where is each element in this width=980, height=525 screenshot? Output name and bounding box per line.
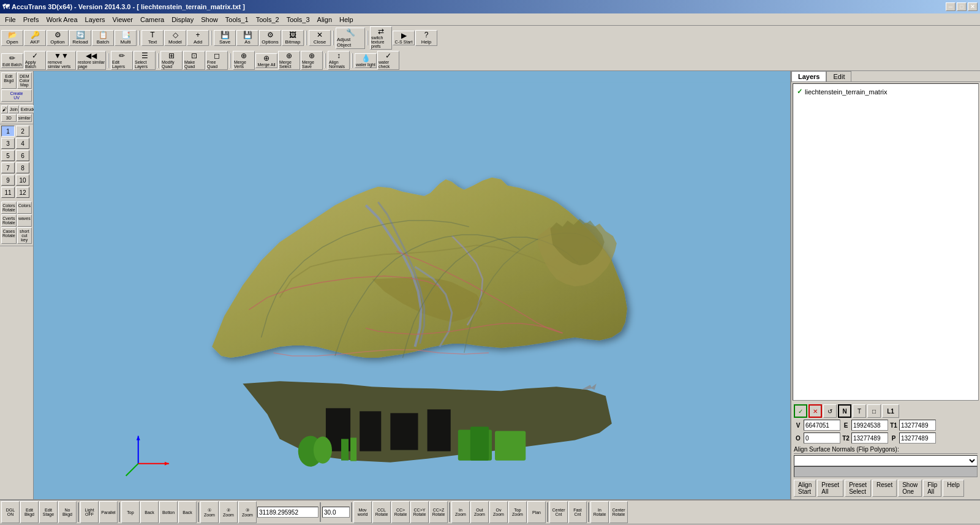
close-file-button[interactable]: ✕Close [309,30,331,46]
restore-similar-page-button[interactable]: ◀◀restore similar page [77,51,106,70]
fast-cnt-btn[interactable]: FastCnt [568,501,587,523]
menu-display[interactable]: Display [168,15,197,25]
3d-btn[interactable]: 3D [1,114,17,122]
show-one-btn[interactable]: ShowOne [898,480,922,497]
reject-btn[interactable]: ✕ [809,404,822,418]
mov-world-btn[interactable]: Movworld [353,501,372,523]
edit-stage-btn[interactable]: EditStage [39,501,58,523]
shortcut-btn[interactable]: shortcutkey [17,227,32,244]
menu-help[interactable]: Help [336,15,357,25]
p-input[interactable] [899,432,936,444]
menu-layers[interactable]: Layers [81,15,109,25]
layer-num-5[interactable]: 5 [1,150,15,161]
ccx-rotate-btn[interactable]: CC>Rotate [391,501,410,523]
menu-viewer[interactable]: Viewer [109,15,137,25]
water-light-button[interactable]: 💧water light [355,53,377,68]
select-layers-button[interactable]: ☰Select Layers [134,51,156,70]
layer-num-8[interactable]: 8 [16,162,29,173]
save-button[interactable]: 💾Save [214,30,236,46]
align-start-btn[interactable]: AlignStart [794,480,816,497]
layer-num-1[interactable]: 1 [1,126,15,137]
ccl-rotate-btn[interactable]: CCLRotate [372,501,391,523]
layer-item[interactable]: ✓ liechtenstein_terrain_matrix [796,86,976,97]
menu-tools1[interactable]: Tools_1 [222,15,252,25]
in-rotate-btn[interactable]: InRotate [590,501,609,523]
close-button[interactable]: ✕ [968,2,978,11]
dgl-on-btn[interactable]: DGLON [1,501,20,523]
plan-btn[interactable]: Plan [527,501,546,523]
preset-all-btn[interactable]: PresetAll [817,480,843,497]
help-button[interactable]: ?Help [415,30,437,46]
waves-btn[interactable]: waves [17,214,32,227]
zoom-value2-input[interactable] [322,507,350,518]
v-input[interactable] [804,420,840,431]
text-button[interactable]: TText [141,30,164,46]
2-zoom-btn[interactable]: ②Zoom [219,501,238,523]
akf-button[interactable]: 🔑AKF [24,30,46,46]
batch-button[interactable]: 📋Batch [92,30,114,46]
preset-select-btn[interactable]: PresetSelect [845,480,871,497]
menu-tools3[interactable]: Tools_3 [283,15,314,25]
t1-input[interactable] [899,420,936,431]
options-button[interactable]: ⚙Options [259,30,281,46]
save-as-button[interactable]: 💾As [236,30,258,46]
menu-tools2[interactable]: Tools_2 [252,15,283,25]
edit-batch-button[interactable]: ✏Edit Batch [1,53,23,68]
bottom-btn[interactable]: Botton [159,501,178,523]
edit-bkgd-btn-bot[interactable]: EditBkgd [20,501,39,523]
1-zoom-btn[interactable]: ①Zoom [200,501,219,523]
layer-num-11[interactable]: 11 [1,187,15,198]
edit-layers-button[interactable]: ✏Edit Layers [111,51,133,70]
top-btn[interactable]: Top [121,501,140,523]
layer-num-3[interactable]: 3 [1,138,15,149]
e-input[interactable] [851,420,888,431]
accept-btn[interactable]: ✓ [794,404,807,418]
menu-camera[interactable]: Camera [137,15,168,25]
make-quad-button[interactable]: ⊡Make Quad [183,51,205,70]
no-bkgd-btn[interactable]: NoBkgd [58,501,77,523]
top-zoom-btn[interactable]: TopZoom [508,501,527,523]
viewport[interactable] [34,71,790,499]
reload-button[interactable]: 🔄Reload [69,30,91,46]
in-zoom-btn[interactable]: InZoom [451,501,470,523]
merge-all-button[interactable]: ⊕Merge All [255,53,277,68]
add-button[interactable]: +Add [187,30,209,46]
menu-workarea[interactable]: Work Area [42,15,81,25]
edit-bkgd-btn[interactable]: EditBkgd [1,72,17,89]
bitmap-button[interactable]: 🖼Bitmap [282,30,304,46]
open-button[interactable]: 📂Open [1,30,23,46]
parallel-btn[interactable]: Parallel [99,501,118,523]
merge-verts-button[interactable]: ⊕Merge Verts [233,51,255,70]
ccy-rotate-btn[interactable]: CC>YRotate [410,501,429,523]
layer-num-4[interactable]: 4 [16,138,29,149]
remove-similar-verts-button[interactable]: ▼▼remove similar verts [47,51,76,70]
flip-all-btn[interactable]: FlipAll [923,480,941,497]
cases-rotate-btn[interactable]: CasesRotate [1,227,17,244]
layer-num-10[interactable]: 10 [16,175,29,186]
switch-texture-button[interactable]: ⇄switch texture prefs [370,26,392,50]
align-normals-dropdown[interactable] [794,455,978,466]
o-input[interactable] [804,432,840,444]
menu-prefs[interactable]: Prefs [20,15,43,25]
menu-file[interactable]: File [1,15,20,25]
paint-btn[interactable]: 🖌 [1,105,8,113]
out-zoom-btn[interactable]: OutZoom [470,501,489,523]
zoom-value-input[interactable] [257,507,318,518]
free-quad-button[interactable]: ◻Free Quad [206,51,228,70]
colors-rotate-btn[interactable]: ColorsRotate [1,202,17,214]
layer-num-2[interactable]: 2 [16,126,29,137]
layer-num-6[interactable]: 6 [16,150,29,161]
3-zoom-btn[interactable]: ③Zoom [238,501,257,523]
t-btn[interactable]: T [853,404,866,418]
create-uv-btn[interactable]: CreateUV [1,89,32,102]
square-btn[interactable]: □ [867,404,881,418]
help-align-btn[interactable]: Help [943,480,964,497]
apply-batch-button[interactable]: ✓Apply Batch [24,51,46,70]
back2-btn[interactable]: Back [178,501,197,523]
cverts-rotate-btn[interactable]: CvertsRotate [1,214,17,227]
colors-btn[interactable]: Colors [17,202,32,214]
modify-quad-button[interactable]: ⊞Modify Quad [160,51,183,70]
multi-button[interactable]: 📑Multi [115,30,137,46]
model-button[interactable]: ◇Model [164,30,186,46]
reset-btn[interactable]: ↺ [823,404,837,418]
